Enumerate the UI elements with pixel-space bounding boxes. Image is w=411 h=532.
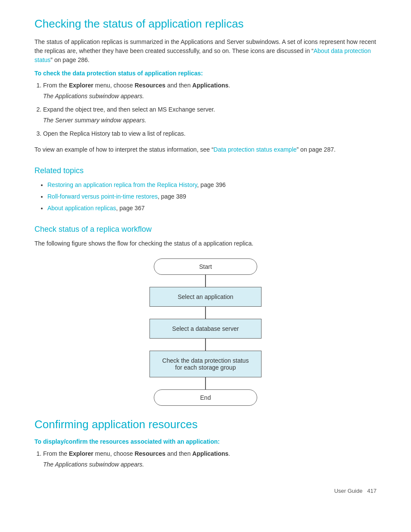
confirming-resources-section: Confirming application resources To disp… — [34, 418, 377, 469]
workflow-check-status-label: Check the data protection status for eac… — [162, 357, 249, 371]
workflow-end: End — [154, 389, 257, 406]
related-topic-3-page: page 367 — [119, 205, 144, 212]
section-checking-status: Checking the status of application repli… — [34, 17, 377, 154]
workflow-select-application-label: Select an application — [177, 293, 233, 300]
section-title: Checking the status of application repli… — [34, 17, 377, 31]
related-topics-heading: Related topics — [34, 166, 377, 175]
step-1-sub: The Applications subwindow appears. — [43, 92, 377, 101]
workflow-end-label: End — [200, 394, 211, 401]
workflow-section: Check status of a replica workflow The f… — [34, 225, 377, 406]
flow-line-2 — [205, 307, 206, 319]
workflow-description: The following figure shows the flow for … — [34, 239, 377, 248]
step-2: Expand the object tree, and then select … — [43, 105, 377, 125]
instruction-heading: To check the data protection status of a… — [34, 70, 377, 77]
footer-page: 417 — [367, 488, 377, 494]
workflow-select-db-server-label: Select a database server — [172, 325, 239, 332]
step-2-sub: The Server summary window appears. — [43, 116, 377, 125]
related-topics-list: Restoring an application replica from th… — [47, 180, 377, 213]
steps-list: From the Explorer menu, choose Resources… — [43, 81, 377, 138]
confirming-resources-title: Confirming application resources — [34, 418, 377, 431]
related-topic-3-link[interactable]: About application replicas — [47, 205, 116, 212]
step-3: Open the Replica History tab to view a l… — [43, 129, 377, 138]
view-example-suffix: ” on page 287. — [297, 146, 336, 153]
page-container: Checking the status of application repli… — [0, 0, 411, 507]
footer-label: User Guide — [334, 488, 363, 494]
workflow-check-status: Check the data protection status for eac… — [149, 351, 262, 377]
related-topic-2-link[interactable]: Roll-forward versus point-in-time restor… — [47, 193, 158, 200]
related-topic-1-link[interactable]: Restoring an application replica from th… — [47, 181, 197, 188]
workflow-heading: Check status of a replica workflow — [34, 225, 377, 234]
confirm-instruction-heading: To display/confirm the resources associa… — [34, 438, 377, 445]
footer: User Guide 417 — [334, 488, 377, 494]
related-topic-2: Roll-forward versus point-in-time restor… — [47, 192, 377, 201]
workflow-select-application: Select an application — [149, 287, 262, 307]
view-example-paragraph: To view an example of how to interpret t… — [34, 145, 377, 154]
related-topic-3: About application replicas, page 367 — [47, 204, 377, 213]
intro-paragraph: The status of application replicas is su… — [34, 37, 377, 65]
workflow-diagram: Start Select an application Select a dat… — [137, 258, 274, 406]
related-topic-1: Restoring an application replica from th… — [47, 180, 377, 190]
flow-line-1 — [205, 275, 206, 287]
intro-suffix: ” on page 286. — [50, 56, 89, 63]
related-topic-1-page: page 396 — [200, 181, 225, 188]
flow-line-4 — [205, 377, 206, 389]
confirm-step-1-sub: The Applications subwindow appears. — [43, 460, 377, 469]
workflow-start: Start — [154, 258, 257, 275]
confirm-steps-list: From the Explorer menu, choose Resources… — [43, 449, 377, 469]
view-example-pre: To view an example of how to interpret t… — [34, 146, 214, 153]
step-3-text: Open the Replica History tab to view a l… — [43, 130, 186, 137]
related-topic-2-page: page 389 — [161, 193, 186, 200]
step-1: From the Explorer menu, choose Resources… — [43, 81, 377, 101]
confirm-step-1: From the Explorer menu, choose Resources… — [43, 449, 377, 469]
workflow-start-label: Start — [199, 263, 212, 270]
flow-line-3 — [205, 339, 206, 351]
workflow-select-db-server: Select a database server — [149, 319, 262, 339]
related-topics-section: Related topics Restoring an application … — [34, 166, 377, 213]
data-protection-status-example-link[interactable]: Data protection status example — [214, 146, 297, 153]
step-2-text: Expand the object tree, and then select … — [43, 106, 215, 113]
